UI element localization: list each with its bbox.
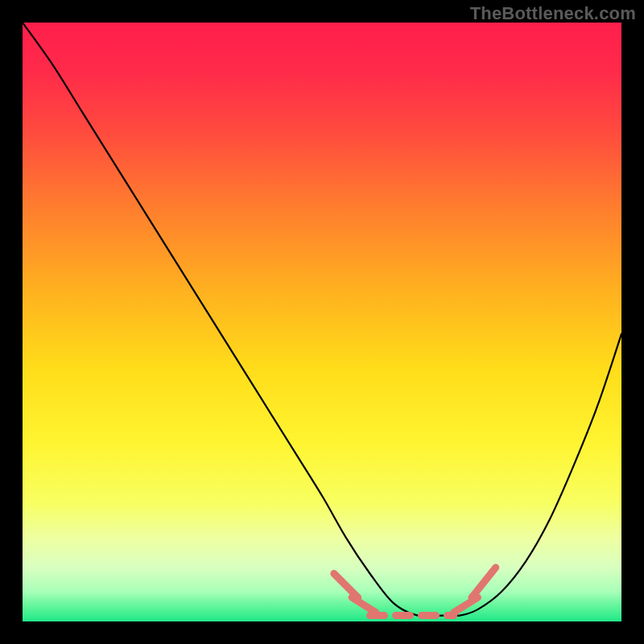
gradient-background [23, 23, 621, 621]
watermark-text: TheBottleneck.com [470, 3, 636, 24]
plot-svg [23, 23, 621, 621]
chart-frame: TheBottleneck.com [0, 0, 644, 644]
plot-area [23, 23, 621, 621]
